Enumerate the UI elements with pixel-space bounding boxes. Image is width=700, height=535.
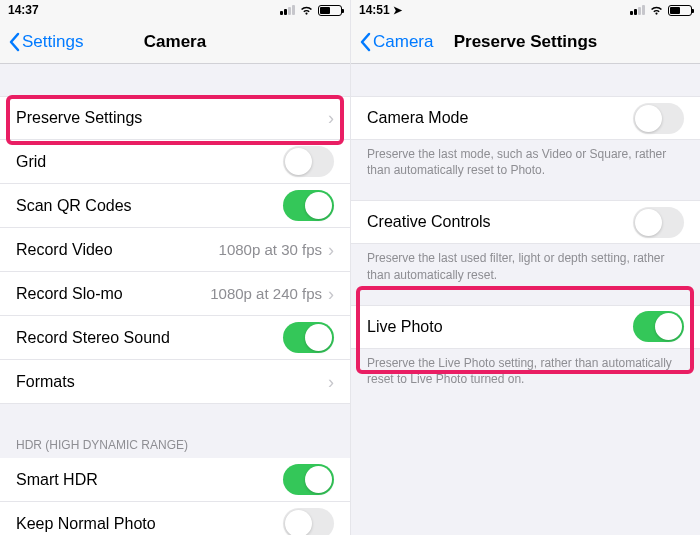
row-live-photo[interactable]: Live Photo [351, 305, 700, 349]
chevron-right-icon: › [328, 285, 334, 303]
status-indicators [526, 5, 693, 16]
row-stereo-sound[interactable]: Record Stereo Sound [0, 316, 350, 360]
back-button[interactable]: Camera [359, 32, 433, 52]
row-record-video[interactable]: Record Video 1080p at 30 fps › [0, 228, 350, 272]
stereo-toggle[interactable] [283, 322, 334, 353]
row-label: Keep Normal Photo [16, 515, 283, 533]
row-label: Creative Controls [367, 213, 633, 231]
status-indicators [175, 5, 342, 16]
row-camera-mode[interactable]: Camera Mode [351, 96, 700, 140]
signal-icon [280, 5, 295, 15]
row-smart-hdr[interactable]: Smart HDR [0, 458, 350, 502]
settings-group-main: Preserve Settings › Grid Scan QR Codes R… [0, 96, 350, 404]
row-record-slomo[interactable]: Record Slo-mo 1080p at 240 fps › [0, 272, 350, 316]
status-bar: 14:37 [0, 0, 350, 20]
wifi-icon [299, 5, 314, 16]
back-label: Settings [22, 32, 83, 52]
live-photo-toggle[interactable] [633, 311, 684, 342]
chevron-right-icon: › [328, 373, 334, 391]
content: Camera Mode Preserve the last mode, such… [351, 64, 700, 535]
row-label: Scan QR Codes [16, 197, 283, 215]
battery-icon [318, 5, 342, 16]
creative-controls-toggle[interactable] [633, 207, 684, 238]
keep-normal-toggle[interactable] [283, 508, 334, 535]
group-creative-controls: Creative Controls Preserve the last used… [351, 200, 700, 286]
row-keep-normal[interactable]: Keep Normal Photo [0, 502, 350, 535]
scan-qr-toggle[interactable] [283, 190, 334, 221]
back-label: Camera [373, 32, 433, 52]
row-label: Camera Mode [367, 109, 633, 127]
row-label: Grid [16, 153, 283, 171]
row-detail: 1080p at 240 fps [210, 285, 322, 302]
camera-settings-screen: 14:37 Settings Camera Preserve Settings … [0, 0, 350, 535]
row-label: Record Slo-mo [16, 285, 210, 303]
settings-group-hdr: HDR (HIGH DYNAMIC RANGE) Smart HDR Keep … [0, 432, 350, 535]
row-label: Smart HDR [16, 471, 283, 489]
row-preserve-settings[interactable]: Preserve Settings › [0, 96, 350, 140]
battery-icon [668, 5, 692, 16]
status-time: 14:51 ➤ [359, 3, 526, 17]
chevron-left-icon [359, 32, 371, 52]
status-bar: 14:51 ➤ [351, 0, 700, 20]
grid-toggle[interactable] [283, 146, 334, 177]
chevron-left-icon [8, 32, 20, 52]
group-footer: Preserve the Live Photo setting, rather … [351, 349, 700, 391]
camera-mode-toggle[interactable] [633, 103, 684, 134]
group-live-photo: Live Photo Preserve the Live Photo setti… [351, 305, 700, 391]
group-camera-mode: Camera Mode Preserve the last mode, such… [351, 96, 700, 182]
row-label: Preserve Settings [16, 109, 328, 127]
row-detail: 1080p at 30 fps [219, 241, 322, 258]
row-formats[interactable]: Formats › [0, 360, 350, 404]
row-scan-qr[interactable]: Scan QR Codes [0, 184, 350, 228]
row-label: Record Stereo Sound [16, 329, 283, 347]
chevron-right-icon: › [328, 241, 334, 259]
back-button[interactable]: Settings [8, 32, 83, 52]
status-time: 14:37 [8, 3, 175, 17]
location-icon: ➤ [393, 4, 402, 16]
row-label: Formats [16, 373, 328, 391]
preserve-settings-screen: 14:51 ➤ Camera Preserve Settings Camera … [350, 0, 700, 535]
row-grid[interactable]: Grid [0, 140, 350, 184]
content: Preserve Settings › Grid Scan QR Codes R… [0, 64, 350, 535]
wifi-icon [649, 5, 664, 16]
row-creative-controls[interactable]: Creative Controls [351, 200, 700, 244]
smart-hdr-toggle[interactable] [283, 464, 334, 495]
nav-bar: Settings Camera [0, 20, 350, 64]
nav-bar: Camera Preserve Settings [351, 20, 700, 64]
signal-icon [630, 5, 645, 15]
group-footer: Preserve the last used filter, light or … [351, 244, 700, 286]
row-label: Live Photo [367, 318, 633, 336]
row-label: Record Video [16, 241, 219, 259]
group-footer: Preserve the last mode, such as Video or… [351, 140, 700, 182]
group-header: HDR (HIGH DYNAMIC RANGE) [0, 432, 350, 458]
chevron-right-icon: › [328, 109, 334, 127]
